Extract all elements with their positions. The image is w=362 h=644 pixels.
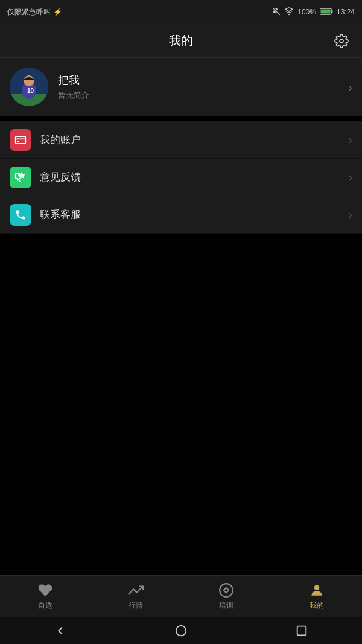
profile-info: 把我 暂无简介 <box>58 73 348 101</box>
nav-label-watchlist: 自选 <box>38 601 52 611</box>
profile-name: 把我 <box>58 73 348 88</box>
time-display: 13:24 <box>337 8 355 16</box>
svg-point-9 <box>24 75 34 86</box>
content-filler <box>0 234 362 581</box>
usb-icon: ⚡ <box>53 8 62 16</box>
status-right: 100% 13:24 <box>272 7 355 18</box>
settings-button[interactable] <box>331 30 352 52</box>
svg-point-5 <box>340 39 343 43</box>
nav-item-market[interactable]: 行情 <box>91 576 181 617</box>
transfer-icon <box>218 582 234 598</box>
support-label: 联系客服 <box>40 208 348 222</box>
menu-list: 我的账户 › 意见反馈 › 联系客服 › <box>0 121 362 234</box>
nav-bar: 我的 <box>0 24 362 58</box>
system-nav-bar <box>0 617 362 644</box>
profile-section[interactable]: 10 把我 暂无简介 › <box>0 58 362 116</box>
battery-status: 100% <box>297 8 316 16</box>
status-bar: 仅限紧急呼叫 ⚡ 100% 13:24 <box>0 0 362 24</box>
svg-point-15 <box>176 626 186 636</box>
svg-point-1 <box>288 14 290 15</box>
account-chevron: › <box>348 133 352 147</box>
avatar: 10 <box>10 68 48 106</box>
feedback-icon <box>10 167 31 188</box>
svg-rect-11 <box>16 136 26 144</box>
person-icon <box>309 582 325 598</box>
feedback-label: 意见反馈 <box>40 170 348 184</box>
recent-apps-button[interactable] <box>290 619 314 643</box>
svg-rect-16 <box>297 626 306 636</box>
menu-item-account[interactable]: 我的账户 › <box>0 121 362 159</box>
svg-point-13 <box>220 584 233 597</box>
svg-text:10: 10 <box>27 88 34 94</box>
status-left: 仅限紧急呼叫 ⚡ <box>7 7 62 18</box>
home-button[interactable] <box>169 619 193 643</box>
svg-rect-3 <box>331 10 332 13</box>
menu-item-feedback[interactable]: 意见反馈 › <box>0 159 362 196</box>
wifi-icon <box>284 7 294 18</box>
account-label: 我的账户 <box>40 133 348 147</box>
nav-item-watchlist[interactable]: 自选 <box>0 576 91 617</box>
heart-icon <box>37 582 53 598</box>
nav-label-mine: 我的 <box>310 601 324 611</box>
support-chevron: › <box>348 208 352 222</box>
feedback-chevron: › <box>348 170 352 184</box>
chart-icon <box>128 582 144 598</box>
svg-point-14 <box>314 585 320 590</box>
back-button[interactable] <box>48 619 72 643</box>
svg-rect-4 <box>320 9 330 13</box>
page-title: 我的 <box>169 33 193 49</box>
profile-chevron: › <box>348 80 352 94</box>
nav-label-training: 培训 <box>219 601 233 611</box>
emergency-call-text: 仅限紧急呼叫 <box>7 7 51 18</box>
nav-label-market: 行情 <box>129 601 143 611</box>
battery-icon <box>320 8 333 17</box>
svg-rect-12 <box>17 141 19 142</box>
account-icon <box>10 129 31 151</box>
profile-bio: 暂无简介 <box>58 90 348 101</box>
nav-item-training[interactable]: 培训 <box>181 576 272 617</box>
mute-icon <box>272 7 281 18</box>
menu-item-support[interactable]: 联系客服 › <box>0 196 362 234</box>
bottom-nav: 自选 行情 培训 我的 <box>0 575 362 617</box>
nav-item-mine[interactable]: 我的 <box>272 576 362 617</box>
support-icon <box>10 204 31 226</box>
